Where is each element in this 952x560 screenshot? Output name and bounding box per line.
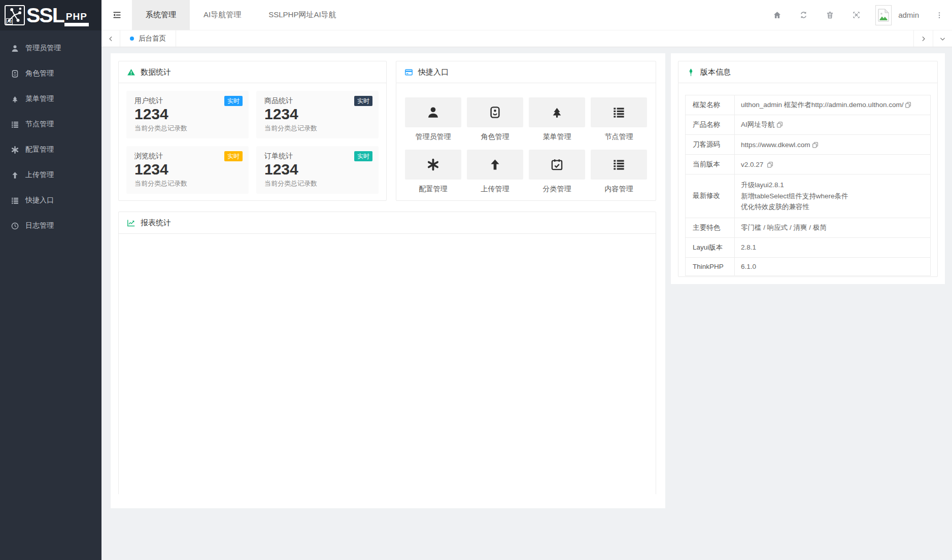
sidebar-item-nodes[interactable]: 节点管理 — [0, 112, 101, 137]
version-value-line: 优化特效皮肤的兼容性 — [741, 201, 924, 213]
logo-ai-label: AI — [6, 18, 13, 24]
top-tab-ai-nav[interactable]: AI导航管理 — [190, 0, 255, 30]
panel-title: 版本信息 — [700, 67, 731, 77]
realtime-badge: 实时 — [224, 96, 243, 106]
panel-title: 快捷入口 — [418, 67, 449, 77]
shortcut-label: 配置管理 — [405, 185, 461, 194]
sidebar-item-quick-entry[interactable]: 快捷入口 — [0, 188, 101, 213]
collapse-sidebar-icon — [112, 10, 122, 20]
copy-icon[interactable] — [776, 121, 783, 128]
top-tab-label: AI导航管理 — [203, 10, 241, 20]
top-tab-sslphp-nav[interactable]: SSLPHP网址AI导航 — [255, 0, 350, 30]
shortcut-upload[interactable]: 上传管理 — [467, 150, 523, 202]
id-badge-icon — [488, 106, 502, 119]
version-table: 框架名称 ulthon_admin 框架作者http://admin.demo.… — [685, 95, 931, 276]
list-icon — [11, 120, 19, 129]
sidebar-menu: 管理员管理 角色管理 菜单管理 节点管理 配置管理 — [0, 30, 101, 238]
user-avatar[interactable] — [875, 5, 892, 25]
stat-desc: 当前分类总记录数 — [134, 124, 241, 133]
list-icon — [11, 196, 19, 205]
chevron-right-icon — [920, 36, 927, 42]
sidebar-item-logs[interactable]: 日志管理 — [0, 213, 101, 238]
version-value-text: https://www.dkewl.com — [741, 141, 810, 149]
sidebar-item-upload[interactable]: 上传管理 — [0, 162, 101, 188]
version-row: 产品名称 AI网址导航 — [686, 115, 931, 135]
stat-value: 1234 — [134, 161, 241, 179]
top-tab-label: SSLPHP网址AI导航 — [268, 10, 336, 20]
shortcut-menus[interactable]: 菜单管理 — [529, 97, 585, 150]
tabs-scroll-left-button[interactable] — [101, 30, 120, 47]
top-header: 系统管理 AI导航管理 SSLPHP网址AI导航 admin — [101, 0, 952, 30]
panel-header: 快捷入口 — [396, 61, 656, 83]
clock-icon — [11, 222, 19, 230]
top-nav-tabs: 系统管理 AI导航管理 SSLPHP网址AI导航 — [132, 0, 350, 30]
shortcut-box — [467, 97, 523, 127]
sidebar-item-label: 角色管理 — [25, 69, 54, 78]
right-content-card: 版本信息 框架名称 ulthon_admin 框架作者http://admin.… — [671, 53, 945, 284]
shortcut-label: 内容管理 — [591, 185, 647, 194]
chevron-down-icon — [939, 36, 946, 42]
panel-header: 版本信息 — [678, 61, 937, 83]
version-label: 主要特色 — [686, 218, 735, 237]
shortcut-box — [529, 97, 585, 127]
shortcut-nodes[interactable]: 节点管理 — [591, 97, 647, 150]
shortcut-box — [591, 97, 647, 127]
version-value: 2.8.1 — [735, 237, 931, 257]
home-button[interactable] — [764, 11, 790, 19]
shortcut-roles[interactable]: 角色管理 — [467, 97, 523, 150]
tabs-scroll-right-button[interactable] — [913, 30, 933, 47]
version-row: 最新修改 升级layui2.8.1 新增tableSelect组件支持where… — [686, 174, 931, 218]
shortcut-config[interactable]: 配置管理 — [405, 150, 461, 202]
asterisk-icon — [11, 146, 19, 154]
shortcut-admin[interactable]: 管理员管理 — [405, 97, 461, 150]
collapse-sidebar-button[interactable] — [101, 0, 132, 30]
realtime-badge: 实时 — [224, 151, 243, 161]
sidebar: AI SSL PHP 管理员管理 角色管理 菜单管理 节点 — [0, 0, 101, 560]
sidebar-item-config[interactable]: 配置管理 — [0, 137, 101, 162]
panel-quick-entry: 快捷入口 管理员管理 角色管理 — [396, 61, 656, 201]
version-label: 当前版本 — [686, 155, 735, 174]
copy-icon[interactable] — [767, 161, 773, 168]
sidebar-item-roles[interactable]: 角色管理 — [0, 61, 101, 86]
tree-icon — [550, 106, 564, 119]
shortcut-categories[interactable]: 分类管理 — [529, 150, 585, 202]
shortcut-label: 菜单管理 — [529, 132, 585, 142]
copy-icon[interactable] — [905, 101, 911, 108]
version-row: Layui版本 2.8.1 — [686, 237, 931, 257]
version-label: 产品名称 — [686, 115, 735, 135]
sidebar-item-admins[interactable]: 管理员管理 — [0, 36, 101, 61]
broken-image-icon — [878, 9, 889, 22]
tab-dashboard-home[interactable]: 后台首页 — [120, 30, 176, 47]
sidebar-item-label: 菜单管理 — [25, 94, 54, 103]
version-label: 最新修改 — [686, 174, 735, 218]
line-chart-icon — [127, 219, 135, 227]
shortcut-box — [529, 150, 585, 180]
logo-ai-circuit-icon: AI — [5, 5, 25, 25]
version-value: 零门槛 / 响应式 / 清爽 / 极简 — [735, 218, 931, 237]
more-menu-button[interactable] — [932, 11, 947, 19]
copy-icon[interactable] — [812, 142, 819, 148]
version-label: Layui版本 — [686, 237, 735, 257]
sidebar-item-label: 管理员管理 — [25, 44, 61, 53]
clear-cache-button[interactable] — [817, 11, 843, 19]
version-value-text: AI网址导航 — [741, 121, 775, 128]
top-tab-system[interactable]: 系统管理 — [132, 0, 190, 30]
shortcut-label: 角色管理 — [467, 132, 523, 142]
version-value-line: 升级layui2.8.1 — [741, 180, 924, 191]
refresh-button[interactable] — [790, 11, 817, 19]
sidebar-item-label: 配置管理 — [25, 145, 54, 154]
version-table-wrap: 框架名称 ulthon_admin 框架作者http://admin.demo.… — [678, 83, 937, 288]
username[interactable]: admin — [898, 11, 919, 19]
fullscreen-button[interactable] — [843, 11, 869, 19]
logo-title-main: SSL — [26, 5, 64, 26]
calendar-check-icon — [550, 158, 564, 171]
sidebar-item-menus[interactable]: 菜单管理 — [0, 86, 101, 112]
tabs-dropdown-button[interactable] — [933, 30, 952, 47]
version-value: ulthon_admin 框架作者http://admin.demo.ultho… — [735, 95, 931, 115]
sidebar-item-label: 上传管理 — [25, 170, 54, 180]
stat-card-orders: 订单统计 1234 当前分类总记录数 实时 — [256, 146, 379, 194]
shortcut-content[interactable]: 内容管理 — [591, 150, 647, 202]
upload-arrow-icon — [488, 158, 502, 171]
id-badge-icon — [11, 69, 19, 78]
app-logo[interactable]: AI SSL PHP — [0, 0, 101, 30]
